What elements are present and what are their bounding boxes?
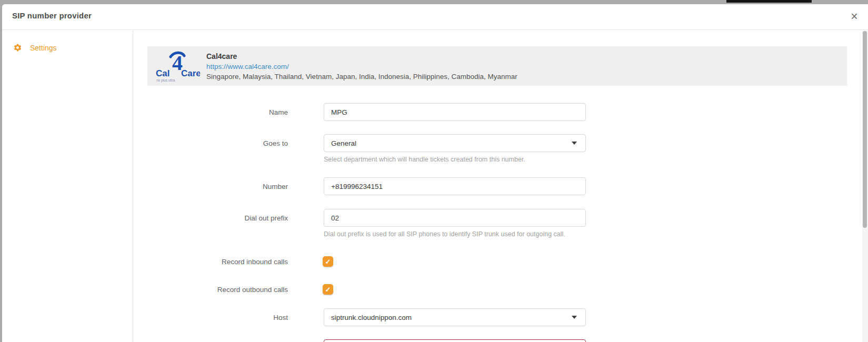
goes-to-selected-value: General	[331, 139, 356, 147]
host-label: Host	[133, 314, 288, 321]
dial-out-prefix-hint: Dial out prefix is used for all SIP phon…	[324, 230, 565, 238]
host-select[interactable]: siptrunk.cloudnippon.com	[324, 308, 586, 326]
gear-icon	[13, 43, 22, 52]
record-outbound-checkbox[interactable]: ✓	[323, 284, 333, 295]
name-label: Name	[133, 108, 288, 116]
name-input[interactable]	[324, 103, 586, 121]
name-row: Name	[133, 103, 586, 121]
sidebar: Settings	[2, 31, 133, 342]
checkmark-icon: ✓	[325, 286, 331, 294]
sip-number-provider-modal: SIP number provider × Settings 4 Cal Car…	[2, 4, 868, 342]
provider-card: 4 Cal Care ne plus ultra Cal4care https:…	[147, 46, 847, 86]
svg-text:Cal: Cal	[156, 68, 169, 78]
svg-text:Care: Care	[181, 68, 200, 78]
chevron-down-icon	[572, 142, 577, 145]
cal4care-logo: 4 Cal Care ne plus ultra	[155, 50, 200, 83]
chevron-down-icon	[572, 316, 577, 319]
svg-text:ne plus ultra: ne plus ultra	[156, 78, 175, 83]
settings-panel: 4 Cal Care ne plus ultra Cal4care https:…	[133, 31, 868, 342]
goes-to-row: Goes to General	[133, 134, 586, 152]
record-inbound-label: Record inbound calls	[133, 258, 288, 266]
error-field-input[interactable]	[324, 339, 586, 342]
record-inbound-checkbox[interactable]: ✓	[323, 256, 333, 267]
scrollbar[interactable]	[862, 31, 868, 342]
dial-out-prefix-input[interactable]	[324, 209, 586, 227]
dial-out-prefix-row: Dial out prefix	[133, 209, 586, 227]
scrollbar-thumb[interactable]	[863, 31, 867, 228]
number-row: Number	[133, 177, 586, 195]
goes-to-label: Goes to	[133, 139, 288, 147]
record-outbound-row: Record outbound calls ✓	[133, 284, 333, 295]
close-icon: ×	[851, 9, 857, 23]
dial-out-prefix-label: Dial out prefix	[133, 214, 288, 222]
record-outbound-label: Record outbound calls	[133, 286, 288, 294]
checkmark-icon: ✓	[325, 258, 331, 266]
sidebar-item-settings[interactable]: Settings	[13, 43, 133, 52]
goes-to-select[interactable]: General	[324, 134, 586, 152]
sidebar-item-label: Settings	[30, 44, 57, 52]
number-input[interactable]	[324, 177, 586, 195]
provider-regions: Singapore, Malaysia, Thailand, Vietnam, …	[206, 73, 517, 81]
background-bar	[726, 0, 812, 3]
host-selected-value: siptrunk.cloudnippon.com	[331, 314, 412, 321]
close-button[interactable]: ×	[847, 8, 862, 24]
number-label: Number	[133, 183, 288, 190]
record-inbound-row: Record inbound calls ✓	[133, 256, 333, 267]
host-row: Host siptrunk.cloudnippon.com	[133, 308, 586, 326]
modal-header: SIP number provider ×	[2, 4, 868, 30]
provider-url-link[interactable]: https://www.cal4care.com/	[206, 63, 517, 71]
provider-name: Cal4care	[206, 52, 517, 61]
provider-info: Cal4care https://www.cal4care.com/ Singa…	[206, 52, 517, 81]
goes-to-hint: Select department which will handle tick…	[324, 156, 525, 163]
modal-title: SIP number provider	[12, 11, 92, 20]
